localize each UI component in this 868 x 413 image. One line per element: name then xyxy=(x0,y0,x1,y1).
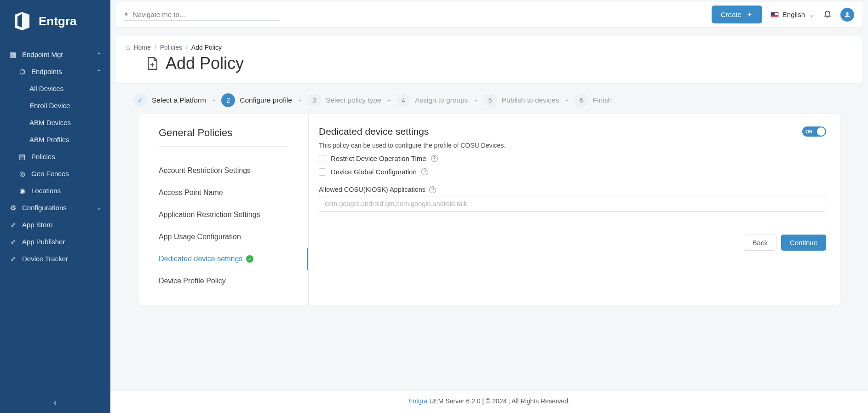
breadcrumb-home[interactable]: Home xyxy=(133,44,150,51)
step-number: 6 xyxy=(575,93,588,107)
sidebar-item-enroll-device[interactable]: Enroll Device xyxy=(0,97,110,114)
sidebar-label: ABM Devices xyxy=(29,119,71,126)
rocket-icon: ➶ xyxy=(9,255,17,263)
continue-label: Continue xyxy=(790,239,817,247)
sidebar-label: Device Tracker xyxy=(22,255,68,263)
step-label: Finish xyxy=(593,96,612,104)
sidebar-item-locations[interactable]: ◉ Locations xyxy=(0,182,110,199)
sidebar-nav: ▦ Endpoint Mgt ⌃ ⌬ Endpoints ⌃ All Devic… xyxy=(0,46,110,392)
footer: Entgra UEM Server 6.2.0 | © 2024 , All R… xyxy=(110,390,868,413)
sidebar-label: App Store xyxy=(22,221,53,229)
info-icon[interactable]: ? xyxy=(431,155,438,162)
step-number: 5 xyxy=(483,93,497,107)
step-label: Publish to devices xyxy=(502,96,559,104)
location-icon: ◉ xyxy=(18,187,26,195)
info-icon[interactable]: ? xyxy=(429,186,436,193)
sidebar-item-app-publisher[interactable]: ➶ App Publisher xyxy=(0,233,110,250)
sidebar-item-endpoints[interactable]: ⌬ Endpoints ⌃ xyxy=(0,63,110,80)
home-icon: ⌂ xyxy=(126,44,130,51)
policy-form: Dedicated device settings ON This policy… xyxy=(309,114,840,305)
breadcrumb: ⌂ Home / Policies / Add Policy xyxy=(126,44,852,51)
sidebar-collapse[interactable]: ‹ xyxy=(0,392,110,413)
policy-editor: General Policies Account Restriction Set… xyxy=(138,114,840,305)
sidebar-label: App Publisher xyxy=(22,238,65,246)
avatar[interactable] xyxy=(840,8,854,22)
policy-item-label: Device Profile Policy xyxy=(159,277,226,285)
sidebar-item-geo-fences[interactable]: ◎ Geo Fences xyxy=(0,165,110,182)
step-number: 2 xyxy=(221,93,235,107)
policy-item-access-point[interactable]: Access Point Name xyxy=(159,182,288,204)
policy-item-app-usage[interactable]: App Usage Configuration xyxy=(159,226,288,248)
sidebar-item-device-tracker[interactable]: ➶ Device Tracker xyxy=(0,250,110,267)
global-config-checkbox[interactable] xyxy=(319,168,326,176)
sidebar-label: Locations xyxy=(31,187,61,195)
policy-item-label: Access Point Name xyxy=(159,189,223,197)
step-finish[interactable]: 6 Finish xyxy=(575,93,612,107)
footer-text: UEM Server 6.2.0 | © 2024 , All Rights R… xyxy=(427,397,570,405)
step-configure-profile[interactable]: 2 Configure profile xyxy=(221,93,292,107)
info-icon[interactable]: ? xyxy=(421,168,428,175)
main: ⌖ Create ＋ English ⌄ ⌂ Home xyxy=(110,0,868,413)
breadcrumb-sep: / xyxy=(155,44,156,51)
step-publish[interactable]: 5 Publish to devices xyxy=(483,93,559,107)
allowed-apps-input[interactable] xyxy=(319,196,826,212)
restrict-time-checkbox[interactable] xyxy=(319,155,326,162)
step-separator: - xyxy=(474,96,477,104)
continue-button[interactable]: Continue xyxy=(781,235,826,251)
step-label: Select a Platform xyxy=(152,96,206,104)
policy-item-app-restriction[interactable]: Application Restriction Settings xyxy=(159,204,288,226)
sidebar-item-endpoint-mgt[interactable]: ▦ Endpoint Mgt ⌃ xyxy=(0,46,110,63)
step-select-platform[interactable]: ✓ Select a Platform xyxy=(133,93,206,107)
policy-item-device-profile[interactable]: Device Profile Policy xyxy=(159,270,288,292)
policy-enable-toggle[interactable]: ON xyxy=(802,126,826,137)
step-assign-groups[interactable]: 4 Assign to groups xyxy=(397,93,468,107)
flag-us-icon xyxy=(770,12,779,17)
policy-item-label: Account Restriction Settings xyxy=(159,166,251,175)
language-label: English xyxy=(782,11,805,18)
sidebar-label: Endpoint Mgt xyxy=(22,51,63,58)
footer-brand-link[interactable]: Entgra xyxy=(408,397,427,405)
notifications-button[interactable] xyxy=(823,9,832,20)
sidebar-item-policies[interactable]: ▤ Policies xyxy=(0,148,110,165)
chevron-up-icon: ⌃ xyxy=(97,52,101,58)
policy-item-dedicated-device[interactable]: Dedicated device settings ✓ xyxy=(159,248,288,270)
step-number: 3 xyxy=(307,93,321,107)
chevron-down-icon: ⌄ xyxy=(97,205,101,211)
navigate-input[interactable] xyxy=(133,11,280,18)
step-separator: - xyxy=(565,96,568,104)
sidebar-label: Geo Fences xyxy=(31,170,69,178)
breadcrumb-policies[interactable]: Policies xyxy=(160,44,182,51)
logo-icon xyxy=(11,10,33,32)
step-separator: - xyxy=(213,96,215,104)
sidebar-item-all-devices[interactable]: All Devices xyxy=(0,80,110,97)
policy-list-heading: General Policies xyxy=(159,127,288,147)
policies-icon: ▤ xyxy=(18,153,26,161)
user-icon xyxy=(844,11,851,18)
wizard-steps: ✓ Select a Platform - 2 Configure profil… xyxy=(110,83,868,112)
step-select-policy-type[interactable]: 3 Select policy type xyxy=(307,93,381,107)
breadcrumb-sep: / xyxy=(186,44,188,51)
sidebar-label: Policies xyxy=(31,153,55,161)
sidebar-item-abm-profiles[interactable]: ABM Profiles xyxy=(0,131,110,148)
policy-item-account-restriction[interactable]: Account Restriction Settings xyxy=(159,160,288,182)
policy-category-list: General Policies Account Restriction Set… xyxy=(138,114,309,305)
policy-item-label: Dedicated device settings xyxy=(159,255,242,263)
sidebar-item-configurations[interactable]: ⚙ Configurations ⌄ xyxy=(0,199,110,216)
grid-icon: ▦ xyxy=(9,51,17,58)
svg-point-2 xyxy=(846,12,848,14)
brand-logo[interactable]: Entgra xyxy=(0,0,110,46)
navigate-search[interactable]: ⌖ xyxy=(124,8,280,21)
sidebar-item-app-store[interactable]: ➶ App Store xyxy=(0,216,110,233)
policy-item-label: Application Restriction Settings xyxy=(159,211,260,219)
sidebar-item-abm-devices[interactable]: ABM Devices xyxy=(0,114,110,131)
sidebar-label: Configurations xyxy=(22,204,67,212)
language-selector[interactable]: English ⌄ xyxy=(770,11,815,19)
plus-icon: ＋ xyxy=(746,10,753,19)
step-label: Assign to groups xyxy=(415,96,468,104)
topbar: ⌖ Create ＋ English ⌄ xyxy=(116,2,862,27)
geofence-icon: ◎ xyxy=(18,170,26,178)
back-button[interactable]: Back xyxy=(744,235,776,251)
back-label: Back xyxy=(753,239,768,247)
allowed-apps-label: Allowed COSU(KIOSK) Applications xyxy=(319,186,425,193)
create-button[interactable]: Create ＋ xyxy=(712,6,762,23)
